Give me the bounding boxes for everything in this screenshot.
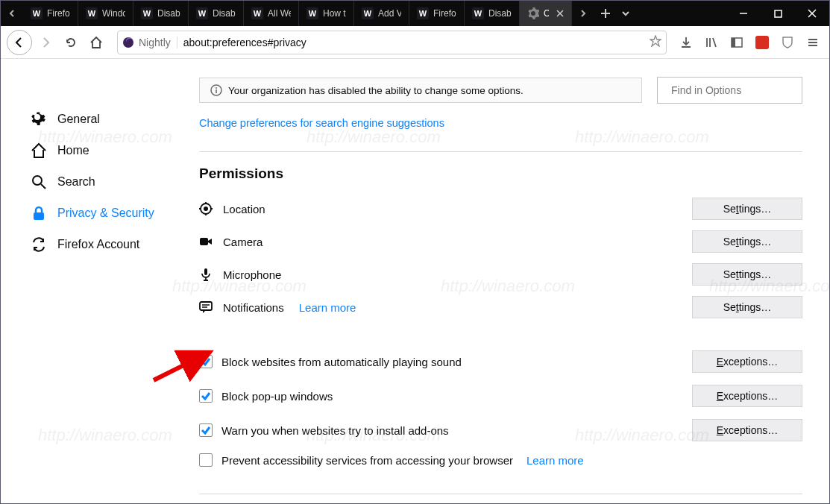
identity-label: Nightly [139,37,171,48]
tab-2[interactable]: WDisabl [133,1,189,26]
search-engine-link[interactable]: Change preferences for search engine sug… [199,117,802,129]
tab-8[interactable]: WDisabl [465,1,520,26]
check-row-warn-addons: Warn you when websites try to install ad… [199,413,802,447]
identity-box[interactable]: Nightly [122,37,177,48]
preferences-sidebar: General Home Search Privacy & Security F… [1,59,172,503]
location-icon [199,202,213,215]
tab-scroll-right[interactable] [572,1,594,26]
svg-rect-14 [200,302,212,310]
sidebar-item-label: Firefox Account [57,238,139,251]
warn-addons-exceptions-button[interactable]: Exceptions… [692,419,802,441]
tab-1[interactable]: WWindo [78,1,133,26]
tab-active[interactable]: Op [520,1,572,26]
microphone-settings-button[interactable]: Settings… [692,263,802,286]
gear-icon [527,7,539,19]
sidebar-item-home[interactable]: Home [31,135,172,166]
block-autoplay-exceptions-button[interactable]: Exceptions… [692,350,802,373]
library-icon[interactable] [701,32,722,53]
url-bar[interactable]: Nightly [117,31,667,54]
menu-button[interactable] [802,32,823,53]
reload-button[interactable] [59,31,83,54]
permissions-heading: Permissions [199,166,802,182]
gear-icon [31,111,47,127]
block-popups-checkbox[interactable] [199,389,213,403]
bookmark-star-icon[interactable] [650,35,661,49]
tab-5[interactable]: WHow t [299,1,354,26]
content: General Home Search Privacy & Security F… [1,59,829,503]
sidebar-item-search[interactable]: Search [31,166,172,198]
block-autoplay-checkbox[interactable] [199,355,213,368]
maximize-button[interactable] [761,1,795,26]
svg-rect-0 [775,10,782,17]
home-icon [31,142,47,159]
tab-3[interactable]: WDisabl [189,1,244,26]
check-row-block-autoplay: Block websites from automatically playin… [199,344,802,379]
svg-rect-12 [200,238,208,245]
title-bar: WFirefo WWindo WDisabl WDisabl WAll We W… [1,1,829,26]
search-icon [31,174,47,190]
svg-rect-13 [204,268,207,275]
camera-icon [199,235,213,248]
url-input[interactable] [183,37,644,48]
divider [199,494,802,494]
location-settings-button[interactable]: Settings… [692,198,802,220]
notifications-learn-more[interactable]: Learn more [299,301,356,314]
tab-7[interactable]: WFirefo [409,1,465,26]
sidebar-item-privacy[interactable]: Privacy & Security [31,198,172,229]
tab-6[interactable]: WAdd V [354,1,409,26]
lock-icon [31,205,47,221]
sidebar-item-label: Search [57,175,95,189]
tabs-dropdown[interactable] [617,1,635,26]
svg-rect-8 [216,89,217,93]
close-icon[interactable] [556,10,564,17]
check-row-accessibility: Prevent accessibility services from acce… [199,447,802,473]
block-popups-exceptions-button[interactable]: Exceptions… [692,385,802,407]
ublock-icon[interactable] [777,32,798,53]
sidebar-item-label: Privacy & Security [57,207,154,220]
nav-toolbar: Nightly [1,26,829,59]
permission-row-notifications: Notifications Learn more Settings… [199,291,802,324]
main-pane: Your organization has disabled the abili… [172,59,829,503]
sidebar-icon[interactable] [726,32,747,53]
tab-0[interactable]: WFirefo [23,1,78,26]
close-button[interactable] [795,1,829,26]
policy-notice: Your organization has disabled the abili… [199,78,642,103]
notifications-icon [199,300,213,314]
permission-row-location: Location Settings… [199,192,802,225]
permission-row-camera: Camera Settings… [199,225,802,258]
downloads-icon[interactable] [676,32,697,53]
camera-settings-button[interactable]: Settings… [692,230,802,253]
back-button[interactable] [7,30,32,55]
svg-rect-5 [34,212,44,220]
options-search-input[interactable] [671,84,802,96]
svg-point-10 [204,207,208,211]
sidebar-item-general[interactable]: General [31,104,172,135]
notifications-settings-button[interactable]: Settings… [692,296,802,318]
sync-icon [31,236,47,253]
warn-addons-checkbox[interactable] [199,423,213,437]
sidebar-item-account[interactable]: Firefox Account [31,229,172,260]
new-tab-button[interactable] [594,1,617,26]
permission-row-microphone: Microphone Settings… [199,258,802,291]
accessibility-checkbox[interactable] [199,453,213,467]
nightly-icon [122,37,134,48]
svg-point-7 [216,87,217,89]
divider [199,151,802,152]
adblock-icon[interactable] [752,32,773,53]
tab-4[interactable]: WAll We [244,1,299,26]
svg-rect-3 [732,38,735,47]
microphone-icon [199,268,213,281]
tab-scroll-left[interactable] [1,1,23,26]
minimize-button[interactable] [726,1,761,26]
check-row-block-popups: Block pop-up windows Exceptions… [199,379,802,413]
home-button[interactable] [84,31,108,54]
options-search[interactable] [657,77,802,104]
info-icon [210,84,222,96]
forward-button[interactable] [34,31,57,54]
sidebar-item-label: General [57,113,100,126]
svg-point-4 [33,176,42,185]
accessibility-learn-more[interactable]: Learn more [526,454,584,467]
sidebar-item-label: Home [57,144,89,157]
